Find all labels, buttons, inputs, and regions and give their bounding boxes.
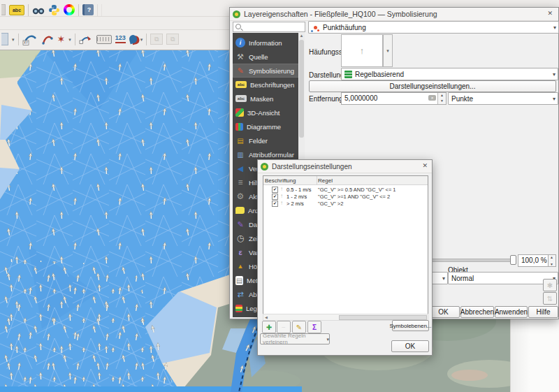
advanced-digitizing-icon[interactable] xyxy=(96,35,112,44)
attributes-form-icon: ▥ xyxy=(235,150,245,159)
numeric-input-icon[interactable]: 123 xyxy=(115,35,126,43)
diagrams-icon xyxy=(235,123,243,131)
partial-tool-icon[interactable] xyxy=(1,33,8,45)
dialog-title: Layereigenschaften - Fließpfeile_HQ100 —… xyxy=(244,10,437,18)
metasearch-icon[interactable] xyxy=(32,4,45,16)
vertex-tool-icon[interactable]: XY xyxy=(22,32,38,46)
metadata-icon: ▤ xyxy=(235,276,243,285)
sidebar-item-3d-ansicht[interactable]: 3D-Ansicht xyxy=(233,106,301,119)
separator xyxy=(101,4,102,16)
apply-button[interactable]: Anwenden xyxy=(495,306,528,318)
qgis-logo-icon xyxy=(261,163,268,170)
qgis-application: abc ? ▾ XY xyxy=(0,0,559,392)
rules-ok-button[interactable]: OK xyxy=(391,340,429,352)
actions-icon: ⚙ xyxy=(235,191,245,201)
chevron-down-icon: ▾ xyxy=(326,337,329,342)
rule-row[interactable]: ✔ ↑ 1 - 2 m/s "GC_V" >=1 AND "GC_V" <= 2 xyxy=(263,193,428,200)
elevation-icon: ▲ xyxy=(235,261,245,271)
rendering-dropdown[interactable]: Regelbasierend ▾ xyxy=(341,68,558,80)
renderer-type-dropdown[interactable]: Punkthäufung ▾ xyxy=(308,21,559,34)
opacity-value: 100,0 % xyxy=(521,256,547,264)
feature-blend-dropdown[interactable]: Normal ▾ xyxy=(448,272,558,284)
column-rule: Regel xyxy=(318,177,333,184)
temporal-icon: ◷ xyxy=(235,233,245,243)
chevron-down-icon: ▾ xyxy=(386,48,389,53)
opacity-spinner[interactable]: ▲ ▼ xyxy=(548,254,556,267)
sort-button: ⇅ xyxy=(543,292,557,305)
sidebar-item-beschriftungen[interactable]: abcBeschriftungen xyxy=(233,78,301,92)
sidebar-item-felder[interactable]: ▤Felder xyxy=(233,133,301,147)
python-console-icon[interactable] xyxy=(48,4,60,16)
qgis-logo-icon xyxy=(233,10,240,18)
add-rule-button[interactable]: ✚ xyxy=(262,321,276,333)
rule-checkbox[interactable]: ✔ xyxy=(272,201,278,207)
help-button[interactable]: Hilfe xyxy=(528,306,558,318)
close-icon[interactable]: ✕ xyxy=(422,162,428,169)
dependencies-icon: ⇄ xyxy=(235,289,245,299)
dialog-title-bar[interactable]: Darstellungseinstellungen xyxy=(258,160,432,173)
chevron-down-icon: ▾ xyxy=(553,24,556,31)
clear-value-icon[interactable]: ✕ xyxy=(428,95,436,101)
close-icon[interactable]: ✕ xyxy=(547,10,553,17)
dialog-title: Darstellungseinstellungen xyxy=(272,163,352,170)
edit-rule-button[interactable]: ✎ xyxy=(292,321,306,333)
svg-text:XY: XY xyxy=(24,41,28,45)
chevron-down-icon[interactable]: ▾ xyxy=(140,37,143,42)
side-panel-area xyxy=(510,318,559,392)
symbol-levels-button[interactable]: Symbolebenen... xyxy=(392,320,429,331)
chevron-down-icon: ▾ xyxy=(553,96,556,102)
toolbar-row-digitizing: ▾ XY ✶ ▾ 123 ▾ ⧉ xyxy=(1,31,182,47)
partial-icon[interactable] xyxy=(1,4,6,15)
distance-spinbox[interactable]: 5,0000000 ✕ ▲▼ xyxy=(341,92,447,105)
rendering-label: Darstellung xyxy=(309,71,344,79)
distance-unit-dropdown[interactable]: Punkte ▾ xyxy=(448,92,558,105)
rule-row[interactable]: ✔ ↑ 0.5 - 1 m/s "GC_V" >= 0.5 AND "GC_V"… xyxy=(263,186,428,193)
disabled-tool-icon: ⧉ xyxy=(150,34,163,45)
rule-checkbox[interactable]: ✔ xyxy=(272,187,278,193)
spinner[interactable]: ▲▼ xyxy=(437,93,446,104)
search-input[interactable] xyxy=(243,22,305,31)
sum-button[interactable]: Σ xyxy=(307,321,321,333)
scrollbar-thumb[interactable] xyxy=(339,315,427,320)
chevron-down-icon[interactable]: ▾ xyxy=(12,37,15,42)
rule-checkbox[interactable]: ✔ xyxy=(272,194,278,200)
move-feature-icon[interactable] xyxy=(79,33,93,45)
sidebar-item-diagramme[interactable]: Diagramme xyxy=(233,119,301,133)
sidebar-item-symbolisierung[interactable]: ✎Symbolisierung xyxy=(233,64,301,78)
separator xyxy=(18,34,19,45)
separator xyxy=(75,34,75,45)
sidebar-item-quelle[interactable]: ⚒Quelle xyxy=(233,50,301,64)
symbol-dropdown-button[interactable]: ▾ xyxy=(383,34,393,67)
color-wheel-icon[interactable] xyxy=(64,4,75,15)
opacity-spinbox[interactable]: 100,0 % xyxy=(518,254,549,267)
masks-icon: abc xyxy=(235,95,247,102)
arrow-symbol-icon: ↑ xyxy=(280,187,283,192)
view-3d-icon xyxy=(235,108,244,117)
trace-tool-icon[interactable] xyxy=(128,34,138,44)
chevron-down-icon: ▾ xyxy=(553,71,556,78)
help-icon[interactable]: ? xyxy=(82,4,94,15)
rule-row[interactable]: ✔ ↑ > 2 m/s "GC_V" >2 xyxy=(263,200,428,207)
separator xyxy=(78,4,79,16)
scroll-left-icon[interactable]: ◀ xyxy=(263,314,269,320)
renderer-settings-button[interactable]: Darstellungseinstellungen... xyxy=(309,80,556,92)
cluster-symbol-preview[interactable]: ↑ xyxy=(341,34,383,67)
curve-tool-icon[interactable] xyxy=(41,32,54,46)
rendering-icon: ✎ xyxy=(235,219,245,229)
cancel-button[interactable]: Abbrechen xyxy=(460,306,494,318)
sidebar-item-masken[interactable]: abcMasken xyxy=(233,92,301,106)
joins-icon: ◀ xyxy=(235,164,245,173)
dialog-title-bar[interactable]: Layereigenschaften - Fließpfeile_HQ100 —… xyxy=(230,8,558,21)
sidebar-item-information[interactable]: iInformation xyxy=(233,36,301,50)
snapping-star-icon[interactable]: ✶ xyxy=(57,34,66,44)
opacity-slider-handle[interactable] xyxy=(510,255,516,265)
information-icon: i xyxy=(235,38,245,48)
separator xyxy=(97,4,98,16)
separator xyxy=(146,34,147,45)
refine-rules-dropdown[interactable]: Gewählte Regeln verfeinern ▾ xyxy=(260,333,330,344)
labeling-icon[interactable]: abc xyxy=(9,5,24,15)
symbology-icon: ✎ xyxy=(235,66,245,75)
effects-button: ✱ xyxy=(543,279,557,291)
variables-icon: ε xyxy=(235,247,245,257)
chevron-down-icon[interactable]: ▾ xyxy=(68,37,71,42)
